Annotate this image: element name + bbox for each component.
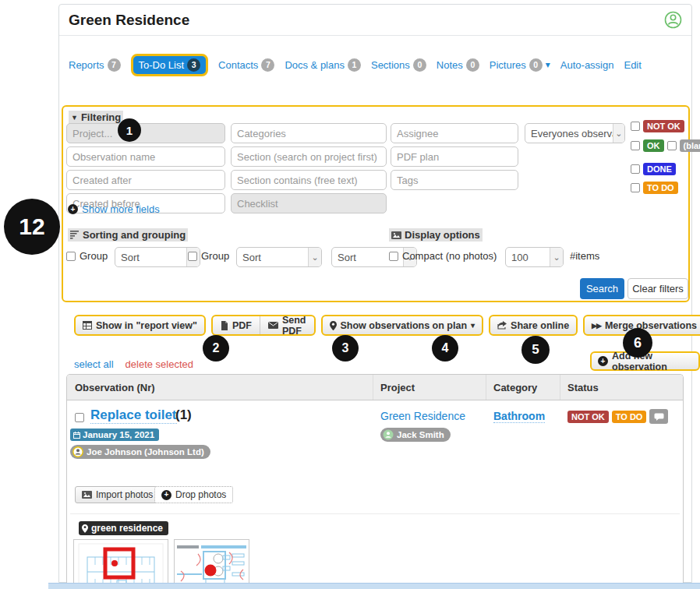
show-observations-on-plan-button[interactable]: Show observations on plan ▾ (321, 315, 484, 336)
share-icon (497, 321, 507, 330)
tab-auto-assign[interactable]: Auto-assign (560, 59, 614, 71)
blank-checkbox[interactable] (667, 141, 677, 150)
status-filter-to-do: TO DO (631, 182, 678, 194)
map-pin-icon (330, 321, 337, 330)
chevron-down-icon: ▾ (471, 321, 475, 330)
comment-button[interactable] (649, 409, 668, 424)
plus-circle-icon: + (68, 204, 78, 214)
tab-notes[interactable]: Notes 0 (437, 58, 479, 72)
col-category-header: Category (493, 382, 537, 393)
tab-sections-label: Sections (371, 59, 410, 71)
to-do-checkbox[interactable] (631, 183, 640, 192)
filter-project-input[interactable] (66, 123, 225, 143)
items-label: #items (570, 250, 599, 262)
not-ok-checkbox[interactable] (631, 122, 640, 131)
add-new-observation-label: Add new observation (612, 351, 692, 372)
row-project-link[interactable]: Green Residence (380, 410, 465, 422)
tab-contacts-label: Contacts (218, 59, 258, 71)
group-checkbox-1[interactable] (66, 252, 76, 261)
chevron-down-icon[interactable]: ▾ (546, 59, 550, 70)
tab-docs-plans[interactable]: Docs & plans 1 (285, 58, 361, 72)
annotation-6-number: 6 (634, 335, 642, 351)
observation-scope-value: Everyones observati (531, 128, 613, 139)
import-photos-label: Import photos (96, 489, 153, 500)
group-label-1: Group (80, 250, 108, 262)
compact-label: Compact (no photos) (402, 250, 497, 262)
filter-tags-input[interactable] (391, 170, 518, 190)
annotation-3-number: 3 (342, 341, 349, 355)
share-online-button[interactable]: Share online (489, 315, 578, 336)
filter-checklist-input[interactable] (231, 193, 387, 213)
app-canvas: Green Residence Reports 7 To-Do List 3 C… (0, 0, 700, 589)
observations-table: Observation (Nr) Project Category Status… (66, 374, 684, 583)
done-checkbox[interactable] (631, 164, 640, 174)
show-report-view-button[interactable]: Show in "report view" (74, 315, 206, 336)
row-category-link[interactable]: Bathroom (493, 410, 545, 423)
not-ok-badge: NOT OK (643, 120, 684, 132)
tab-pictures-count: 0 (529, 58, 543, 72)
clear-filters-button[interactable]: Clear filters (628, 278, 688, 299)
select-all-link[interactable]: select all (74, 358, 114, 370)
group-checkbox-1-row: Group (66, 250, 108, 262)
tab-edit-label: Edit (624, 59, 641, 71)
filter-section-contains-input[interactable] (231, 170, 387, 190)
row-select-checkbox[interactable] (75, 413, 84, 422)
floor-plan-thumbnail-overview[interactable] (73, 539, 168, 583)
tab-contacts[interactable]: Contacts 7 (218, 58, 274, 72)
tab-reports[interactable]: Reports 7 (69, 58, 121, 72)
group-checkbox-2[interactable] (188, 252, 197, 261)
search-button[interactable]: Search (580, 278, 624, 299)
filter-title: ▼ Filtering (69, 111, 123, 124)
annotation-circle-1: 1 (118, 118, 141, 142)
filter-assignee-input[interactable] (391, 123, 518, 143)
table-header-row: Observation (Nr) Project Category Status (67, 375, 683, 400)
delete-selected-link[interactable]: delete selected (126, 358, 193, 370)
column-divider (373, 375, 373, 400)
compact-checkbox-row: Compact (no photos) (389, 250, 497, 262)
pdf-button-label: PDF (232, 320, 252, 331)
drop-photos-button[interactable]: + Drop photos (154, 486, 233, 503)
send-pdf-button[interactable]: Send PDF (260, 316, 314, 334)
compact-checkbox[interactable] (389, 252, 398, 261)
import-photos-button[interactable]: Import photos (75, 486, 160, 503)
filter-section-input[interactable] (231, 146, 387, 167)
tab-notes-count: 0 (466, 58, 479, 72)
pdf-button[interactable]: PDF (213, 316, 260, 334)
share-online-label: Share online (511, 320, 569, 331)
display-options-text: Display options (405, 229, 480, 241)
filter-created-after-input[interactable] (66, 170, 225, 190)
filter-categories-input[interactable] (231, 123, 387, 143)
sort-select-2[interactable]: Sort ⌄ (236, 247, 322, 267)
observation-name-link[interactable]: Replace toilet (90, 407, 177, 424)
tab-sections[interactable]: Sections 0 (371, 58, 426, 72)
tab-pictures-label: Pictures (490, 59, 526, 71)
page-title: Green Residence (69, 12, 189, 29)
tab-reports-count: 7 (108, 58, 121, 72)
blank-badge: (blank) (680, 139, 700, 152)
filter-observation-name-input[interactable] (66, 146, 225, 167)
annotation-4-number: 4 (442, 341, 449, 355)
table-icon (83, 321, 92, 330)
col-project-header: Project (380, 382, 415, 393)
observation-scope-select[interactable]: Everyones observati ⌄ (525, 123, 625, 143)
user-account-icon[interactable] (664, 11, 682, 29)
fast-forward-icon: ▶▶ (592, 322, 601, 330)
tab-notes-label: Notes (437, 59, 463, 71)
send-pdf-label: Send PDF (282, 315, 306, 336)
plan-name-text: green residence (91, 523, 163, 534)
image-icon (391, 231, 401, 239)
annotation-circle-6: 6 (623, 328, 652, 358)
show-more-fields-link[interactable]: + Show more fields (68, 203, 160, 215)
search-button-label: Search (586, 283, 618, 294)
filter-pdf-plan-input[interactable] (391, 146, 518, 167)
column-divider (486, 375, 486, 400)
ok-checkbox[interactable] (631, 141, 640, 150)
annotation-circle-12: 12 (4, 199, 60, 255)
tab-todo-list[interactable]: To-Do List 3 (131, 54, 209, 76)
tab-pictures[interactable]: Pictures 0 ▾ (490, 58, 550, 72)
filter-panel: ▼ Filtering Everyones observati ⌄ NOT OK… (62, 105, 690, 302)
items-count-select[interactable]: 100 ⌄ (505, 247, 564, 267)
floor-plan-thumbnail-detail[interactable] (174, 539, 249, 583)
tab-edit[interactable]: Edit (624, 59, 641, 71)
annotation-2-number: 2 (213, 341, 220, 355)
